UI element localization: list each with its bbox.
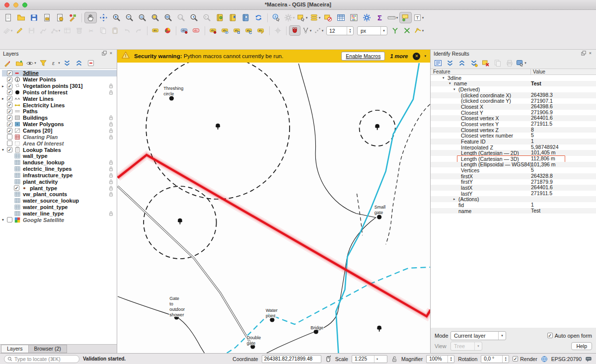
- banner-close-caret-icon[interactable]: ▾: [424, 54, 426, 58]
- move-label-button[interactable]: abc: [208, 25, 219, 36]
- dropdown-caret-icon[interactable]: ▾: [524, 61, 526, 65]
- identify-row-name[interactable]: ▾nameTest: [431, 81, 596, 87]
- snapping-mode-button[interactable]: ▾: [301, 25, 312, 36]
- layer-visibility-checkbox[interactable]: ✓: [7, 109, 12, 114]
- identify-row--derived-[interactable]: ▾(Derived): [431, 86, 596, 92]
- open-project-button[interactable]: [15, 12, 27, 23]
- layer-visibility-checkbox[interactable]: ✓: [7, 77, 12, 82]
- map-canvas[interactable]: ! Security warning: Python macros cannot…: [117, 50, 430, 353]
- layer-item-electricity-lines[interactable]: ✓Electricity Lines: [2, 102, 117, 108]
- identify-row-3dline[interactable]: ▾3dline: [431, 75, 596, 81]
- layer-visibility-checkbox[interactable]: [7, 141, 12, 146]
- identify-row-firstx[interactable]: firstX264328.8: [431, 173, 596, 179]
- expander-icon[interactable]: ▾: [453, 87, 458, 91]
- dropdown-caret-icon[interactable]: ▾: [306, 16, 308, 20]
- zoom-window-button[interactable]: [22, 2, 27, 7]
- expander-icon[interactable]: ▾: [2, 147, 7, 152]
- identify-row-lasty[interactable]: lastY271911.5: [431, 191, 596, 197]
- identify-row-length-cartesian-2d-[interactable]: Length (Cartesian — 2D)101,405 m: [431, 150, 596, 156]
- close-window-button[interactable]: [4, 2, 9, 7]
- minimize-window-button[interactable]: [13, 2, 18, 7]
- identify-row--clicked-coordinate-x-[interactable]: (clicked coordinate X)264398.3: [431, 92, 596, 98]
- map-tips-button[interactable]: [399, 12, 412, 23]
- expand-all-button[interactable]: [62, 58, 72, 68]
- layer-item-clearing-plan[interactable]: Clearing Plan: [2, 134, 117, 140]
- expander-icon[interactable]: ▸: [453, 197, 458, 201]
- layer-item-landuse-lookup[interactable]: landuse_lookup: [2, 159, 117, 166]
- layer-item-plant-type[interactable]: ✓plant_type: [2, 185, 117, 191]
- expander-icon[interactable]: ▾: [2, 218, 7, 222]
- deselect-features-button[interactable]: [322, 12, 334, 23]
- show-bookmarks-button[interactable]: [226, 12, 239, 23]
- pin-labels-button[interactable]: abc: [179, 25, 190, 36]
- dropdown-caret-icon[interactable]: ▾: [319, 16, 321, 20]
- identify-row-length-ellipsoidal-wgs84-[interactable]: Length (Ellipsoidal — WGS84)101,396 m: [431, 162, 596, 168]
- dropdown-caret-icon[interactable]: ▾: [422, 29, 424, 33]
- identify-row-closest-vertex-number[interactable]: Closest vertex number5: [431, 133, 596, 139]
- layer-labeling-button[interactable]: abc: [150, 25, 161, 36]
- render-checkbox[interactable]: ✓: [513, 356, 518, 362]
- rotation-spinbox[interactable]: 0,0 °▲▼: [481, 355, 509, 363]
- dropdown-caret-icon[interactable]: ▾: [11, 29, 13, 33]
- layer-item-water-polygons[interactable]: ✓Water Polygons: [2, 121, 117, 128]
- enable-snapping-button[interactable]: [289, 25, 300, 36]
- pan-map-button[interactable]: [84, 12, 97, 23]
- select-features-button[interactable]: ▾: [296, 12, 308, 23]
- open-attribute-table-button[interactable]: [335, 12, 347, 23]
- clear-results-button[interactable]: [480, 58, 491, 68]
- layer-visibility-checkbox[interactable]: ✓: [7, 102, 12, 108]
- identify-row--clicked-coordinate-y-[interactable]: (clicked coordinate Y)271907.1: [431, 98, 596, 104]
- identify-row-closest-y[interactable]: Closest Y271906.9: [431, 110, 596, 116]
- layer-visibility-checkbox[interactable]: ✓: [7, 122, 12, 127]
- text-annotation-button[interactable]: T▾: [412, 12, 425, 23]
- layer-visibility-checkbox[interactable]: ✓: [7, 115, 12, 121]
- collapse-all-button[interactable]: [74, 58, 84, 68]
- mouse-position-icon[interactable]: [325, 356, 332, 363]
- layer-item-plant-activity[interactable]: plant_activity: [2, 178, 117, 185]
- layer-visibility-checkbox[interactable]: ✓: [7, 96, 12, 101]
- dropdown-caret-icon[interactable]: ▾: [310, 29, 312, 33]
- expander-icon[interactable]: ▾: [449, 81, 454, 85]
- layer-visibility-checkbox[interactable]: [7, 134, 12, 140]
- identify-row-closest-x[interactable]: Closest X264398.6: [431, 104, 596, 110]
- help-button[interactable]: Help: [571, 342, 592, 350]
- snapping-options-button[interactable]: ▾: [313, 25, 324, 36]
- layout-manager-button[interactable]: [54, 12, 66, 23]
- layer-visibility-checkbox[interactable]: ✓: [7, 89, 12, 95]
- lock-scale-icon[interactable]: [391, 356, 398, 363]
- style-manager-button[interactable]: [67, 12, 79, 23]
- move-label-diagram-button[interactable]: abc: [231, 25, 243, 36]
- banner-close-icon[interactable]: ✕: [413, 53, 420, 60]
- layer-item-buildings[interactable]: ✓Buildings: [2, 115, 117, 121]
- add-group-button[interactable]: [14, 58, 24, 68]
- identify-row-length-cartesian-3d-[interactable]: Length (Cartesian — 3D)112,806 m: [431, 156, 596, 162]
- tab-browser[interactable]: Browser (2): [28, 345, 67, 353]
- statistical-summary-button[interactable]: Σ: [373, 12, 386, 23]
- show-hide-labels-button[interactable]: abc: [220, 25, 231, 36]
- layer-item-water-point-type[interactable]: water_point_type: [2, 204, 117, 211]
- view-select[interactable]: Tree▾: [450, 342, 482, 351]
- collapse-tree-button[interactable]: [456, 58, 467, 68]
- topological-editing-button[interactable]: [389, 25, 401, 36]
- change-label-button[interactable]: abc: [255, 25, 267, 36]
- filter-by-expression-button[interactable]: ε▾: [50, 58, 60, 68]
- layer-item-3dline[interactable]: ✓3dline: [2, 70, 117, 76]
- layer-item-vw-plant-counts[interactable]: vw_plant_counts: [2, 191, 117, 198]
- dropdown-caret-icon[interactable]: ▾: [59, 29, 61, 33]
- pan-to-selection-button[interactable]: [97, 12, 110, 23]
- new-map-view-button[interactable]: [239, 12, 252, 23]
- close-panel-icon[interactable]: ×: [108, 51, 114, 56]
- identify-row-closest-vertex-y[interactable]: Closest vertex Y271911.5: [431, 121, 596, 127]
- intersection-snapping-button[interactable]: [401, 25, 413, 36]
- toggle-editing-button[interactable]: [14, 25, 25, 36]
- dropdown-caret-icon[interactable]: ▾: [293, 16, 295, 20]
- identify-form-view-button[interactable]: [433, 58, 443, 68]
- layer-item-water-points[interactable]: ✓Water Points: [2, 76, 117, 83]
- highlight-pinned-labels-button[interactable]: abc: [191, 25, 202, 36]
- close-panel-icon[interactable]: ×: [588, 51, 593, 56]
- snapping-unit-select[interactable]: px▾: [357, 26, 387, 35]
- layer-item-paths[interactable]: ✓Paths: [2, 108, 117, 115]
- feature-column-header[interactable]: Feature: [431, 69, 531, 74]
- identify-row-closest-vertex-x[interactable]: Closest vertex X264401.6: [431, 115, 596, 121]
- open-layer-styling-button[interactable]: [2, 58, 12, 68]
